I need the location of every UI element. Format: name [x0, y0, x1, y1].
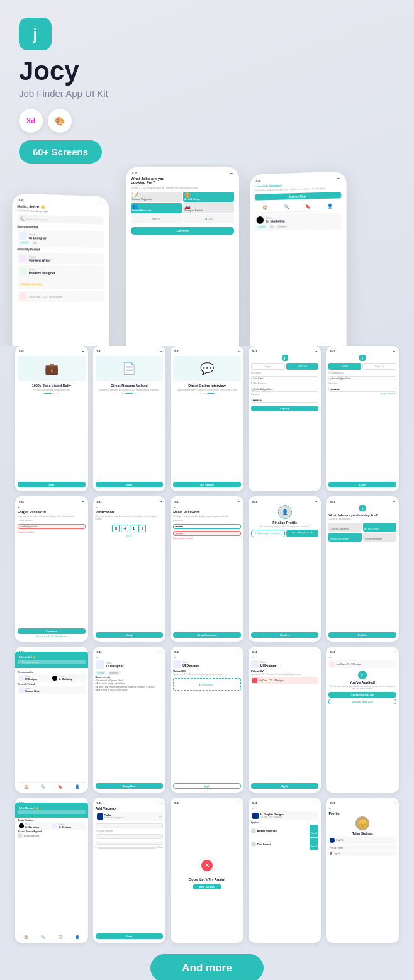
- screen-verification: 9:41▪▪ ← Verification Enter your verific…: [93, 496, 166, 642]
- screen-applied: 9:41▪▪ ← JohnClain – CV – UI Designer ✓ …: [326, 647, 399, 792]
- and-more-section[interactable]: And more: [0, 948, 414, 980]
- screen-finalize-profile: 9:41▪▪ 👤 Finalize Profile Are you lookin…: [249, 496, 322, 642]
- header-section: j Jocy Job Finder App UI Kit Xd 🎨 60+ Sc…: [0, 0, 414, 164]
- screen-add-vacancy: 9:41▪▪ Add Vacancy PayPalFreelance · Sin…: [93, 798, 166, 943]
- screen-job-detail: 9:41▪▪ ← SlackUI Designer Full-time Sing…: [93, 647, 166, 792]
- hero-phones-area: 9:41▪▪▪ Hello, John! 👋Let's find your dr…: [0, 164, 414, 346]
- screen-reset-password: 9:41▪▪ ← Reset Password Create your new …: [171, 496, 243, 642]
- screen-onboarding-2: 9:41▪▪ 📄 Direct Resume Upload Experience…: [93, 346, 166, 491]
- screens-grid-container: 9:41▪▪ 💼 1000+ Jobs Listed Daily Find yo…: [0, 346, 414, 943]
- screens-count-badge[interactable]: 60+ Screens: [19, 140, 102, 164]
- figma-badge: 🎨: [48, 109, 72, 133]
- hero-phone-main: 9:41▪▪▪ What Jobs are youLooking For? Ch…: [126, 167, 239, 346]
- and-more-button[interactable]: And more: [150, 954, 263, 980]
- screen-applicants: 9:41▪▪ ← Sr. Graphic DesignerFull-time ·…: [249, 798, 322, 943]
- hero-phone-right: 9:41▪▪▪ Love Job Vacancy! Explore jobs a…: [250, 171, 347, 346]
- screens-row-4: 9:41▪▪ Hello, Michael! 👋 Active Position…: [6, 798, 408, 943]
- screen-home: 9:41▪▪ Hello, John! 👋 🔍 Search job vacan…: [15, 647, 88, 792]
- screen-error: 9:41▪▪ ✕ Oops, Let's Try Again! Back To …: [171, 798, 243, 943]
- screen-onboarding-1: 9:41▪▪ 💼 1000+ Jobs Listed Daily Find yo…: [15, 346, 88, 491]
- screen-signup: 9:41▪▪ j Login Sign Up Full Name John Cl…: [249, 346, 322, 491]
- logo-letter: j: [33, 25, 37, 44]
- tools-row: Xd 🎨: [19, 109, 399, 133]
- screen-login: 9:41▪▪ j Login Sign Up E-Mail Address jo…: [326, 346, 399, 491]
- xd-badge: Xd: [19, 109, 43, 133]
- screen-job-categories: 9:41▪▪ j What Jobs are you Looking For? …: [326, 496, 399, 642]
- app-subtitle: Job Finder App UI Kit: [19, 88, 399, 99]
- screen-onboarding-3: 9:41▪▪ 💬 Direct Online Interview Online …: [171, 346, 243, 491]
- screen-profile: 9:41▪▪ ← Profile 👴 Talan Siphron PayPal …: [326, 798, 399, 943]
- app-title: Jocy: [19, 58, 399, 84]
- logo-area: j Jocy Job Finder App UI Kit Xd 🎨 60+ Sc…: [19, 18, 399, 164]
- screen-forgot-password: 9:41▪▪ ← Forgot Password Enter your e-ma…: [15, 496, 88, 642]
- screen-upload-cv-2: 9:41▪▪ ← SlackUI Designer Upload CV Uplo…: [249, 647, 322, 792]
- hero-phone-left: 9:41▪▪▪ Hello, John! 👋Let's find your dr…: [12, 193, 109, 346]
- screens-row-3: 9:41▪▪ Hello, John! 👋 🔍 Search job vacan…: [6, 647, 408, 792]
- screens-row-2: 9:41▪▪ ← Forgot Password Enter your e-ma…: [6, 496, 408, 642]
- logo-icon: j: [19, 18, 52, 50]
- screens-row-1: 9:41▪▪ 💼 1000+ Jobs Listed Daily Find yo…: [6, 346, 408, 491]
- screen-employer-home: 9:41▪▪ Hello, Michael! 👋 Active Position…: [15, 798, 88, 943]
- screen-upload-cv: 9:41▪▪ ← SlackUI Designer Upload CV Uplo…: [171, 647, 243, 792]
